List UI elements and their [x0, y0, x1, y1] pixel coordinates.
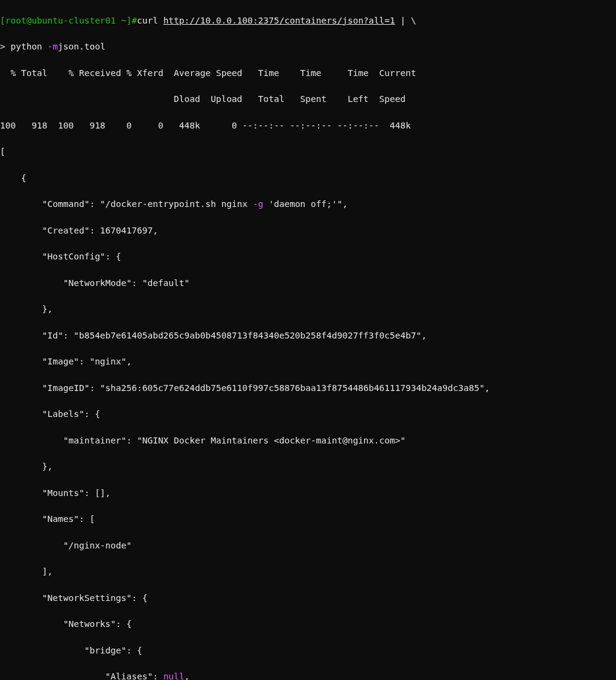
json-names-open: "Names": [ — [0, 513, 616, 526]
json-networks-open: "Networks": { — [0, 618, 616, 631]
curl-header-1: % Total % Received % Xferd Average Speed… — [0, 67, 616, 80]
flag-m: -m — [48, 42, 58, 51]
shell-line-2: > python -mjson.tool — [0, 40, 616, 54]
json-maintainer: "maintainer": "NGINX Docker Maintainers … — [0, 434, 616, 448]
json-imageid: "ImageID": "sha256:605c77e624ddb75e6110f… — [0, 382, 616, 395]
cmd-pipe-backslash: | \ — [395, 16, 416, 25]
json-names-close: ], — [0, 565, 616, 579]
cmd-curl: curl — [137, 16, 164, 25]
json-hostconfig-open: "HostConfig": { — [0, 250, 616, 264]
cmd-json-tool: json.tool — [58, 42, 106, 51]
cmd-python: > python — [0, 42, 48, 51]
json-command: "Command": "/docker-entrypoint.sh nginx … — [0, 198, 616, 211]
curl-header-2: Dload Upload Total Spent Left Speed — [0, 93, 616, 106]
json-object-open: { — [0, 172, 616, 185]
json-created: "Created": 1670417697, — [0, 224, 616, 238]
cmd-url: http://10.0.0.100:2375/containers/json?a… — [164, 16, 395, 25]
curl-progress: 100 918 100 918 0 0 448k 0 --:--:-- --:-… — [0, 119, 616, 133]
json-labels-open: "Labels": { — [0, 408, 616, 421]
json-netset-open: "NetworkSettings": { — [0, 592, 616, 605]
json-mounts: "Mounts": [], — [0, 487, 616, 500]
json-names-item: "/nginx-node" — [0, 539, 616, 553]
json-aliases: "Aliases": null, — [0, 670, 616, 680]
json-id: "Id": "b854eb7e61405abd265c9ab0b4508713f… — [0, 329, 616, 343]
json-labels-close: }, — [0, 460, 616, 474]
json-hostconfig-close: }, — [0, 303, 616, 316]
shell-prompt: [root@ubuntu-cluster01 ~]# — [0, 16, 137, 25]
json-image: "Image": "nginx", — [0, 355, 616, 369]
json-bridge-open: "bridge": { — [0, 644, 616, 658]
terminal-window[interactable]: [root@ubuntu-cluster01 ~]#curl http://10… — [0, 0, 616, 680]
json-networkmode: "NetworkMode": "default" — [0, 277, 616, 290]
json-array-open: [ — [0, 145, 616, 159]
shell-line-1: [root@ubuntu-cluster01 ~]#curl http://10… — [0, 14, 616, 28]
